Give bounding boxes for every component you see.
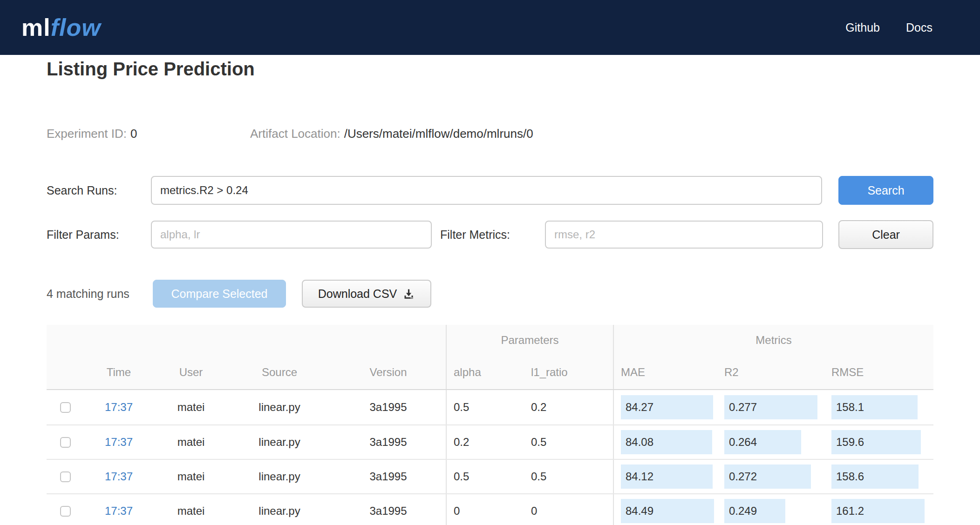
row-checkbox[interactable]	[60, 506, 71, 517]
cell-rmse: 159.6	[824, 425, 933, 459]
matching-runs-count: 4 matching runs	[47, 287, 153, 301]
metric-bar-r2: 0.272	[724, 464, 811, 489]
column-header-user[interactable]: User	[154, 356, 228, 389]
run-time-link[interactable]: 17:37	[105, 401, 133, 414]
cell-l1-ratio: 0	[524, 494, 613, 525]
group-header-runinfo	[47, 325, 446, 356]
cell-l1-ratio: 0.5	[524, 460, 613, 493]
table-body: 17:37mateilinear.py3a19950.50.284.270.27…	[47, 390, 933, 525]
search-button[interactable]: Search	[838, 176, 933, 205]
table-row: 17:37mateilinear.py3a19950.50.584.120.27…	[47, 459, 933, 493]
cell-mae: 84.08	[613, 425, 717, 459]
actions-row: 4 matching runs Compare Selected Downloa…	[47, 280, 933, 308]
cell-r2: 0.249	[717, 494, 824, 525]
logo-text-flow: flow	[51, 14, 101, 41]
table-column-header-row: Time User Source Version alpha l1_ratio …	[47, 356, 933, 389]
metric-bar-rmse: 158.6	[831, 464, 919, 489]
top-nav: mlflow Github Docs	[0, 0, 980, 55]
page-title: Listing Price Prediction	[47, 59, 933, 79]
cell-source: linear.py	[228, 425, 331, 459]
cell-source: linear.py	[228, 390, 331, 424]
cell-rmse: 158.1	[824, 390, 933, 424]
table-group-header-row: Parameters Metrics	[47, 325, 933, 356]
column-header-mae[interactable]: MAE	[613, 356, 717, 389]
nav-github-link[interactable]: Github	[845, 21, 880, 34]
cell-mae: 84.12	[613, 460, 717, 493]
metric-bar-r2: 0.249	[724, 499, 785, 523]
metric-bar-rmse: 161.2	[831, 499, 925, 523]
experiment-id-label: Experiment ID:	[47, 127, 127, 141]
download-csv-button[interactable]: Download CSV	[302, 280, 431, 308]
cell-rmse: 161.2	[824, 494, 933, 525]
cell-user: matei	[154, 390, 228, 424]
row-checkbox[interactable]	[60, 402, 71, 413]
filter-metrics-label: Filter Metrics:	[440, 228, 545, 242]
cell-time: 17:37	[84, 494, 154, 525]
cell-r2: 0.264	[717, 425, 824, 459]
nav-docs-link[interactable]: Docs	[906, 21, 932, 34]
column-header-r2[interactable]: R2	[717, 356, 824, 389]
experiment-meta: Experiment ID:0 Artifact Location:/Users…	[47, 127, 933, 141]
table-row: 17:37mateilinear.py3a19950.50.284.270.27…	[47, 390, 933, 424]
metric-bar-mae: 84.12	[621, 464, 713, 489]
cell-mae: 84.27	[613, 390, 717, 424]
cell-l1-ratio: 0.5	[524, 425, 613, 459]
cell-alpha: 0.2	[446, 425, 524, 459]
row-checkbox[interactable]	[60, 437, 71, 448]
compare-selected-button[interactable]: Compare Selected	[153, 280, 286, 308]
run-time-link[interactable]: 17:37	[105, 470, 133, 483]
cell-r2: 0.272	[717, 460, 824, 493]
run-time-link[interactable]: 17:37	[105, 436, 133, 449]
metric-bar-r2: 0.277	[724, 395, 817, 419]
nav-links: Github Docs	[845, 21, 932, 34]
cell-mae: 84.49	[613, 494, 717, 525]
column-header-time[interactable]: Time	[84, 356, 154, 389]
group-header-parameters: Parameters	[446, 325, 613, 356]
column-header-version[interactable]: Version	[331, 356, 446, 389]
filter-metrics-input[interactable]	[545, 221, 823, 249]
cell-time: 17:37	[84, 425, 154, 459]
cell-time: 17:37	[84, 460, 154, 493]
group-header-metrics: Metrics	[613, 325, 933, 356]
table-row: 17:37mateilinear.py3a19950084.490.249161…	[47, 493, 933, 525]
search-runs-label: Search Runs:	[47, 184, 151, 197]
mlflow-logo[interactable]: mlflow	[21, 15, 101, 40]
download-icon	[402, 288, 415, 300]
metric-bar-rmse: 158.1	[831, 395, 918, 419]
cell-checkbox	[47, 425, 84, 459]
artifact-location-value: /Users/matei/mlflow/demo/mlruns/0	[344, 127, 533, 141]
column-header-rmse[interactable]: RMSE	[824, 356, 933, 389]
column-header-alpha[interactable]: alpha	[446, 356, 524, 389]
row-checkbox[interactable]	[60, 471, 71, 482]
main-content: Listing Price Prediction Experiment ID:0…	[0, 59, 980, 525]
download-csv-label: Download CSV	[318, 287, 397, 301]
filter-params-input[interactable]	[151, 221, 432, 249]
cell-source: linear.py	[228, 494, 331, 525]
cell-r2: 0.277	[717, 390, 824, 424]
run-time-link[interactable]: 17:37	[105, 505, 133, 518]
column-header-l1-ratio[interactable]: l1_ratio	[524, 356, 613, 389]
cell-checkbox	[47, 494, 84, 525]
logo-text-ml: ml	[21, 14, 51, 41]
cell-alpha: 0	[446, 494, 524, 525]
table-row: 17:37mateilinear.py3a19950.20.584.080.26…	[47, 424, 933, 459]
metric-bar-r2: 0.264	[724, 430, 801, 454]
cell-user: matei	[154, 494, 228, 525]
artifact-location-label: Artifact Location:	[250, 127, 340, 141]
metric-bar-rmse: 159.6	[831, 430, 921, 454]
filters-row: Filter Params: Filter Metrics: Clear	[47, 220, 933, 249]
experiment-id-value: 0	[130, 127, 137, 141]
metric-bar-mae: 84.49	[621, 499, 714, 523]
clear-button[interactable]: Clear	[838, 220, 933, 249]
cell-l1-ratio: 0.2	[524, 390, 613, 424]
filter-params-label: Filter Params:	[47, 228, 151, 242]
metric-bar-mae: 84.27	[621, 395, 713, 419]
cell-user: matei	[154, 425, 228, 459]
cell-time: 17:37	[84, 390, 154, 424]
column-header-source[interactable]: Source	[228, 356, 331, 389]
column-header-checkbox	[47, 356, 84, 389]
search-runs-input[interactable]	[151, 176, 822, 205]
cell-source: linear.py	[228, 460, 331, 493]
table-header: Parameters Metrics Time User Source Vers…	[47, 325, 933, 390]
cell-alpha: 0.5	[446, 460, 524, 493]
